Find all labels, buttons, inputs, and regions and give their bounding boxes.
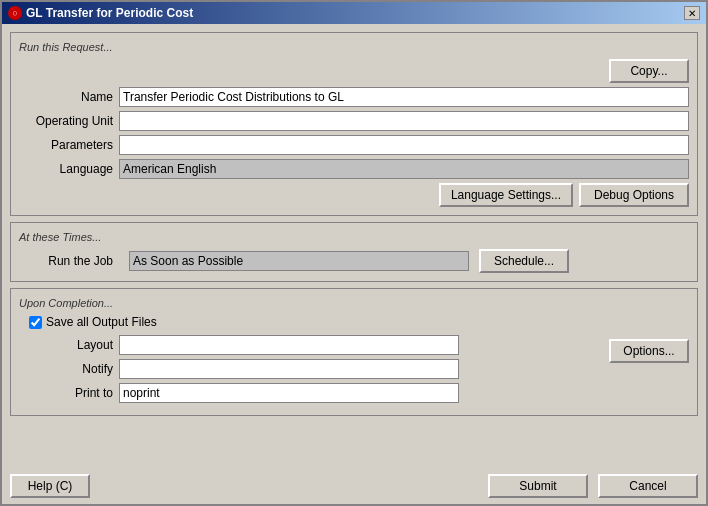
save-checkbox-row: Save all Output Files — [19, 315, 689, 329]
layout-input[interactable] — [119, 335, 459, 355]
run-job-row: Run the Job Schedule... — [19, 249, 689, 273]
language-buttons-row: Language Settings... Debug Options — [19, 183, 689, 207]
name-label: Name — [19, 90, 119, 104]
completion-body: Layout Notify Print to Options... — [19, 335, 689, 407]
run-job-label: Run the Job — [19, 254, 119, 268]
completion-section-label: Upon Completion... — [19, 297, 689, 309]
copy-row: Copy... — [19, 59, 689, 83]
operating-unit-input[interactable] — [119, 111, 689, 131]
language-row: Language — [19, 159, 689, 179]
run-request-section: Run this Request... Copy... Name Operati… — [10, 32, 698, 216]
name-input[interactable] — [119, 87, 689, 107]
completion-section: Upon Completion... Save all Output Files… — [10, 288, 698, 416]
layout-row: Layout — [19, 335, 599, 355]
notify-row: Notify — [19, 359, 599, 379]
submit-button[interactable]: Submit — [488, 474, 588, 498]
options-button[interactable]: Options... — [609, 339, 689, 363]
language-settings-button[interactable]: Language Settings... — [439, 183, 573, 207]
notify-label: Notify — [19, 362, 119, 376]
name-row: Name — [19, 87, 689, 107]
help-label: Help (C) — [28, 479, 73, 493]
notify-input[interactable] — [119, 359, 459, 379]
layout-label: Layout — [19, 338, 119, 352]
window-icon: ○ — [8, 6, 22, 20]
title-bar: ○ GL Transfer for Periodic Cost ✕ — [2, 2, 706, 24]
print-to-label: Print to — [19, 386, 119, 400]
schedule-button[interactable]: Schedule... — [479, 249, 569, 273]
help-button[interactable]: Help (C) — [10, 474, 90, 498]
parameters-label: Parameters — [19, 138, 119, 152]
main-content: Run this Request... Copy... Name Operati… — [2, 24, 706, 468]
parameters-input[interactable] — [119, 135, 689, 155]
times-section: At these Times... Run the Job Schedule..… — [10, 222, 698, 282]
footer: Help (C) Submit Cancel — [2, 468, 706, 504]
print-to-row: Print to — [19, 383, 599, 403]
run-section-label: Run this Request... — [19, 41, 689, 53]
title-bar-left: ○ GL Transfer for Periodic Cost — [8, 6, 193, 20]
save-checkbox-label: Save all Output Files — [46, 315, 157, 329]
language-label: Language — [19, 162, 119, 176]
times-section-label: At these Times... — [19, 231, 689, 243]
run-job-input — [129, 251, 469, 271]
debug-options-button[interactable]: Debug Options — [579, 183, 689, 207]
main-window: ○ GL Transfer for Periodic Cost ✕ Run th… — [0, 0, 708, 506]
close-button[interactable]: ✕ — [684, 6, 700, 20]
operating-unit-row: Operating Unit — [19, 111, 689, 131]
print-to-input — [119, 383, 459, 403]
window-title: GL Transfer for Periodic Cost — [26, 6, 193, 20]
language-input — [119, 159, 689, 179]
cancel-button[interactable]: Cancel — [598, 474, 698, 498]
save-checkbox[interactable] — [29, 316, 42, 329]
footer-center: Submit Cancel — [488, 474, 698, 498]
operating-unit-label: Operating Unit — [19, 114, 119, 128]
parameters-row: Parameters — [19, 135, 689, 155]
options-btn-col: Options... — [599, 339, 689, 363]
copy-button[interactable]: Copy... — [609, 59, 689, 83]
completion-fields: Layout Notify Print to — [19, 335, 599, 407]
